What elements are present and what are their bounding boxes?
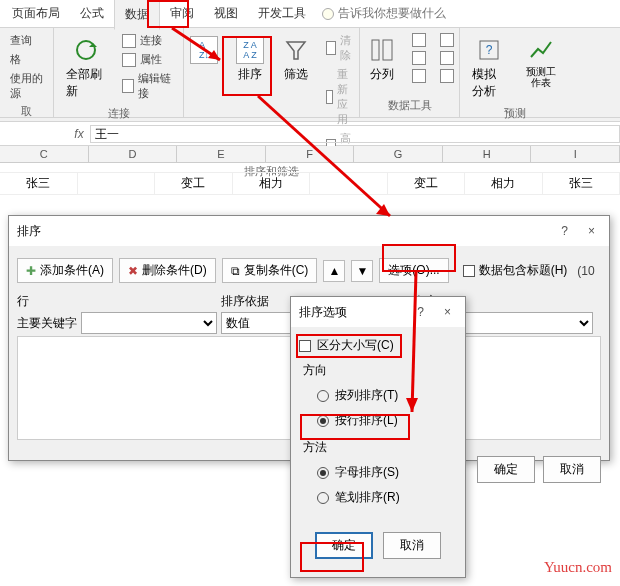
- cell[interactable]: 变工: [155, 173, 233, 194]
- tab-审阅[interactable]: 审阅: [160, 0, 204, 29]
- group-connections: 全部刷新 连接 属性 编辑链接 连接: [54, 28, 184, 117]
- sort-button[interactable]: Z AA Z 排序: [230, 32, 270, 87]
- svg-rect-3: [372, 40, 379, 60]
- link-icon: [122, 34, 136, 48]
- move-down-button[interactable]: ▼: [351, 260, 373, 282]
- connections-item[interactable]: 连接: [118, 32, 177, 49]
- column-headers: CDEFGHI: [0, 146, 620, 163]
- tab-数据[interactable]: 数据: [114, 0, 160, 30]
- whatif-button[interactable]: ? 模拟分析: [466, 32, 511, 104]
- header-checkbox[interactable]: 数据包含标题(H): [463, 262, 568, 279]
- flash-fill-item[interactable]: [408, 32, 430, 48]
- sort-toolbar: ✚添加条件(A) ✖删除条件(D) ⧉复制条件(C) ▲ ▼ 选项(O)... …: [17, 254, 601, 287]
- by-column-radio[interactable]: 按列排序(T): [303, 383, 453, 408]
- recent-item[interactable]: 使用的源: [6, 70, 47, 102]
- sort-asc-button[interactable]: AZ↓: [184, 32, 224, 68]
- stroke-radio[interactable]: 笔划排序(R): [303, 485, 453, 510]
- relationships-item[interactable]: [436, 50, 458, 66]
- data-model-icon: [440, 69, 454, 83]
- column-header[interactable]: I: [531, 146, 620, 162]
- tab-公式[interactable]: 公式: [70, 0, 114, 29]
- copy-icon: ⧉: [231, 264, 240, 278]
- reapply-icon: [326, 90, 333, 104]
- group-title: 连接: [108, 104, 130, 123]
- case-sensitive-checkbox[interactable]: 区分大小写(C): [299, 335, 457, 356]
- primary-key-label: 主要关键字: [17, 315, 77, 332]
- options-button[interactable]: 选项(O)...: [379, 258, 448, 283]
- text-to-columns-button[interactable]: 分列: [362, 32, 402, 87]
- direction-label: 方向: [303, 362, 453, 379]
- checkbox-icon: [299, 340, 311, 352]
- relationships-icon: [440, 51, 454, 65]
- dialog-title: 排序: [17, 223, 41, 240]
- radio-icon: [317, 415, 329, 427]
- column-header[interactable]: F: [266, 146, 355, 162]
- tab-视图[interactable]: 视图: [204, 0, 248, 29]
- group-sort-filter: AZ↓ Z AA Z 排序 筛选 清除 重新应用 高级 排序和筛选: [184, 28, 360, 117]
- tab-开发工具[interactable]: 开发工具: [248, 0, 316, 29]
- column-header[interactable]: G: [354, 146, 443, 162]
- cell[interactable]: 张三: [0, 173, 78, 194]
- options-cancel-button[interactable]: 取消: [383, 532, 441, 559]
- col-header-row: 行: [17, 291, 217, 312]
- watermark: Yuucn.com: [544, 559, 612, 576]
- consolidate-item[interactable]: [436, 32, 458, 48]
- sort-cancel-button[interactable]: 取消: [543, 456, 601, 483]
- properties-item[interactable]: 属性: [118, 51, 177, 68]
- ribbon-tabs: 页面布局公式数据审阅视图开发工具 告诉我你想要做什么: [0, 0, 620, 28]
- data-row[interactable]: 张三变工相力变工相力张三: [0, 173, 620, 195]
- query-item[interactable]: 查询: [6, 32, 36, 49]
- dialog-titlebar[interactable]: 排序 ? ×: [9, 216, 609, 246]
- move-up-button[interactable]: ▲: [323, 260, 345, 282]
- validation-icon: [412, 69, 426, 83]
- validation-item[interactable]: [408, 68, 430, 84]
- cell[interactable]: 张三: [543, 173, 621, 194]
- refresh-all-button[interactable]: 全部刷新: [60, 32, 112, 104]
- cell[interactable]: 相力: [233, 173, 311, 194]
- by-row-radio[interactable]: 按行排序(L): [303, 408, 453, 433]
- column-header[interactable]: D: [89, 146, 178, 162]
- delete-level-button[interactable]: ✖删除条件(D): [119, 258, 216, 283]
- cell[interactable]: 变工: [388, 173, 466, 194]
- close-button[interactable]: ×: [438, 303, 457, 321]
- options-ok-button[interactable]: 确定: [315, 532, 373, 559]
- method-label: 方法: [303, 439, 453, 456]
- sort-dialog-icon: Z AA Z: [236, 36, 264, 64]
- dialog-titlebar[interactable]: 排序选项 ? ×: [291, 297, 465, 327]
- add-level-button[interactable]: ✚添加条件(A): [17, 258, 113, 283]
- svg-marker-1: [89, 43, 97, 47]
- svg-text:?: ?: [485, 43, 492, 57]
- help-button[interactable]: ?: [411, 303, 430, 321]
- tab-页面布局[interactable]: 页面布局: [2, 0, 70, 29]
- pinyin-radio[interactable]: 字母排序(S): [303, 460, 453, 485]
- svg-rect-4: [383, 40, 392, 60]
- filter-button[interactable]: 筛选: [276, 32, 316, 87]
- lightbulb-icon: [322, 8, 334, 20]
- data-model-item[interactable]: [436, 68, 458, 84]
- svg-marker-2: [287, 42, 305, 59]
- remove-dup-item[interactable]: [408, 50, 430, 66]
- close-button[interactable]: ×: [582, 222, 601, 240]
- tell-me[interactable]: 告诉我你想要做什么: [322, 5, 446, 22]
- properties-icon: [122, 53, 136, 67]
- consolidate-icon: [440, 33, 454, 47]
- column-header[interactable]: E: [177, 146, 266, 162]
- table-item[interactable]: 格: [6, 51, 25, 68]
- cell[interactable]: [310, 173, 388, 194]
- whatif-icon: ?: [475, 36, 503, 64]
- copy-level-button[interactable]: ⧉复制条件(C): [222, 258, 318, 283]
- sort-ok-button[interactable]: 确定: [477, 456, 535, 483]
- fx-button[interactable]: fx: [68, 127, 90, 141]
- help-button[interactable]: ?: [555, 222, 574, 240]
- column-header[interactable]: C: [0, 146, 89, 162]
- cell[interactable]: [78, 173, 156, 194]
- column-header[interactable]: H: [443, 146, 532, 162]
- x-icon: ✖: [128, 264, 138, 278]
- text-to-col-icon: [368, 36, 396, 64]
- formula-input[interactable]: 王一: [90, 125, 620, 143]
- edit-links-item[interactable]: 编辑链接: [118, 70, 177, 102]
- group-get-data: 查询 格 使用的源 取: [0, 28, 54, 117]
- sort-column-select[interactable]: [81, 312, 217, 334]
- cell[interactable]: 相力: [465, 173, 543, 194]
- forecast-button[interactable]: 预测工作表: [517, 32, 564, 92]
